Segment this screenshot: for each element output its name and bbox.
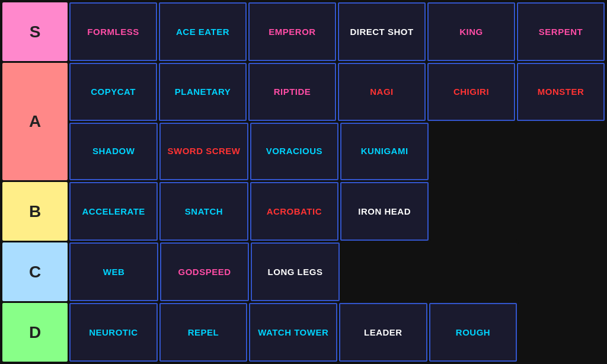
tier-cell-S-0-5: SERPENT: [517, 2, 605, 61]
tier-cell-B-0-4: [430, 182, 516, 241]
tier-cell-B-0-0: ACCELERATE: [69, 182, 158, 241]
tier-row-A-1: SHADOWSWORD SCREWVORACIOUSKUNIGAMI: [69, 123, 605, 181]
tier-cell-D-0-0: NEUROTIC: [69, 303, 158, 362]
tier-B: BACCELERATESNATCHACROBATICIRON HEAD: [2, 182, 605, 241]
tier-cell-A-1-1: SWORD SCREW: [159, 123, 248, 181]
tier-cell-C-0-5: [518, 242, 605, 301]
tier-row-A-0: COPYCATPLANETARYRIPTIDENAGICHIGIRIMONSTE…: [69, 63, 605, 121]
tier-cell-A-0-1: PLANETARY: [159, 63, 247, 121]
tier-cell-A-1-2: VORACIOUS: [250, 123, 338, 181]
tier-cell-S-0-0: FORMLESS: [69, 2, 157, 61]
tier-cell-S-0-3: DIRECT SHOT: [338, 2, 426, 61]
tier-cell-A-0-2: RIPTIDE: [248, 63, 336, 121]
tier-S: SFORMLESSACE EATEREMPERORDIRECT SHOTKING…: [2, 2, 605, 61]
tier-cell-A-0-5: MONSTER: [517, 63, 605, 121]
tier-row-B-0: ACCELERATESNATCHACROBATICIRON HEAD: [69, 182, 605, 241]
tier-rows-B: ACCELERATESNATCHACROBATICIRON HEAD: [69, 182, 605, 241]
tier-cell-C-0-0: WEB: [69, 242, 158, 301]
tier-cell-B-0-5: [519, 182, 605, 241]
tier-row-C-0: WEBGODSPEEDLONG LEGS: [69, 242, 605, 301]
tier-rows-D: NEUROTICREPELWATCH TOWERLEADERROUGH: [69, 303, 605, 362]
tier-cell-S-0-2: EMPEROR: [248, 2, 336, 61]
tier-row-S-0: FORMLESSACE EATEREMPERORDIRECT SHOTKINGS…: [69, 2, 605, 61]
tier-cell-A-1-0: SHADOW: [69, 123, 158, 181]
tier-cell-S-0-1: ACE EATER: [159, 2, 247, 61]
tier-rows-C: WEBGODSPEEDLONG LEGS: [69, 242, 605, 301]
tier-cell-D-0-1: REPEL: [159, 303, 248, 362]
tier-list: SFORMLESSACE EATEREMPERORDIRECT SHOTKING…: [0, 0, 607, 364]
tier-A: ACOPYCATPLANETARYRIPTIDENAGICHIGIRIMONST…: [2, 63, 605, 180]
tier-cell-C-0-2: LONG LEGS: [251, 242, 340, 301]
tier-rows-S: FORMLESSACE EATEREMPERORDIRECT SHOTKINGS…: [69, 2, 605, 61]
tier-label-S: S: [2, 2, 68, 61]
tier-cell-D-0-3: LEADER: [339, 303, 427, 362]
tier-cell-B-0-3: IRON HEAD: [340, 182, 429, 241]
tier-cell-B-0-2: ACROBATIC: [250, 182, 338, 241]
tier-cell-D-0-5: [519, 303, 605, 362]
tier-label-B: B: [2, 182, 68, 241]
tier-label-D: D: [2, 303, 68, 362]
tier-cell-C-0-1: GODSPEED: [160, 242, 249, 301]
tier-label-A: A: [2, 63, 68, 180]
tier-cell-C-0-3: [341, 242, 428, 301]
tier-label-C: C: [2, 242, 68, 301]
tier-cell-D-0-4: ROUGH: [429, 303, 517, 362]
tier-cell-A-1-3: KUNIGAMI: [340, 123, 429, 181]
tier-cell-A-0-4: CHIGIRI: [427, 63, 515, 121]
tier-rows-A: COPYCATPLANETARYRIPTIDENAGICHIGIRIMONSTE…: [69, 63, 605, 180]
tier-row-D-0: NEUROTICREPELWATCH TOWERLEADERROUGH: [69, 303, 605, 362]
tier-cell-D-0-2: WATCH TOWER: [249, 303, 337, 362]
tier-cell-A-0-3: NAGI: [338, 63, 426, 121]
tier-cell-S-0-4: KING: [427, 2, 515, 61]
tier-D: DNEUROTICREPELWATCH TOWERLEADERROUGH: [2, 303, 605, 362]
tier-cell-A-0-0: COPYCAT: [69, 63, 157, 121]
tier-cell-B-0-1: SNATCH: [159, 182, 248, 241]
tier-C: CWEBGODSPEEDLONG LEGS: [2, 242, 605, 301]
tier-cell-A-1-4: [430, 123, 516, 181]
tier-cell-A-1-5: [519, 123, 605, 181]
tier-cell-C-0-4: [430, 242, 516, 301]
